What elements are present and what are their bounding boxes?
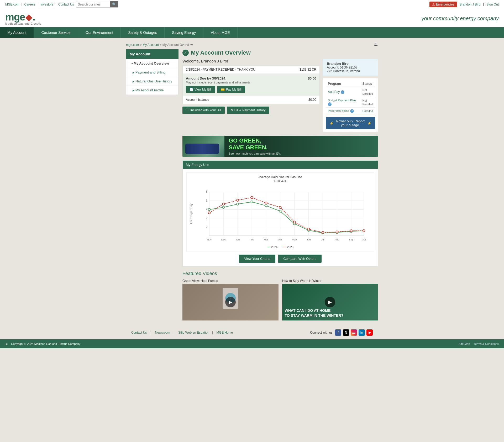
energy-section: My Energy Use Average Daily Natural Gas … [182, 160, 378, 267]
budget-plan-link[interactable]: Budget Payment Plan [328, 99, 356, 102]
lightning-icon-2: ⚡ [367, 121, 371, 125]
page-title: My Account Overview [191, 49, 251, 56]
user-account-link[interactable]: Brandon J Biro [460, 3, 480, 6]
search-button[interactable]: 🔍 [110, 1, 118, 7]
search-input[interactable] [76, 2, 110, 7]
linkedin-icon[interactable]: in [359, 329, 365, 336]
program-table: Program Status AutoPay ? NotEnrolled [326, 81, 375, 114]
footer-bottom-left: ♫ Copyright © 2024 Madison Gas and Elect… [5, 341, 80, 346]
paperless-status: Enrolled [363, 109, 373, 113]
svg-point-57 [322, 231, 324, 233]
warning-icon: ⚠ [432, 3, 435, 6]
facebook-icon[interactable]: f [335, 329, 341, 336]
svg-point-60 [363, 230, 365, 232]
flame-icon: ◆ [25, 12, 32, 22]
video-label-1: Green View: Heat Pumps [182, 279, 279, 283]
sitemap-link[interactable]: Site Map [459, 342, 470, 345]
video-thumb-2[interactable]: WHAT CAN I DO AT HOMETO STAY WARM IN THE… [282, 284, 378, 320]
topbar-careers-link[interactable]: Careers [24, 3, 35, 6]
terms-link[interactable]: Terms & Conditions [474, 342, 499, 345]
ev-banner[interactable]: GO GREEN, SAVE GREEN. See how much you c… [182, 136, 378, 157]
footer-mge-home-link[interactable]: MGE Home [217, 331, 233, 334]
nav-our-environment[interactable]: Our Environment [78, 27, 121, 38]
sidebar-item-profile[interactable]: My Account Profile [126, 86, 178, 95]
nav-customer-service[interactable]: Customer Service [34, 27, 78, 38]
view-bill-button[interactable]: 📄 View My Bill [186, 86, 215, 93]
amount-due-label: Amount Due by 3/6/2024: [186, 76, 227, 80]
action-buttons-row: ☰ Included with Your Bill ↻ Bill & Payme… [182, 107, 320, 114]
sidebar-item-overview[interactable]: My Account Overview [126, 59, 178, 68]
play-button-1[interactable]: ▶ [225, 297, 236, 307]
play-button-2[interactable]: ▶ [325, 297, 335, 307]
video-thumb-1[interactable]: 72° ▶ [182, 284, 279, 320]
nav-about-mge[interactable]: About MGE [203, 27, 237, 38]
main-nav: My Account Customer Service Our Environm… [0, 27, 504, 38]
sidebar-item-billing[interactable]: Payment and Billing [126, 68, 178, 77]
page-title-bar: ✓ My Account Overview [182, 49, 378, 56]
footer-spanish-link[interactable]: Sitio Web en Español [178, 331, 208, 334]
content-wrapper: mge.com > My Account > My Account Overvi… [126, 38, 378, 323]
print-icon[interactable]: 🖶 [374, 43, 378, 47]
top-bar-left: MGE.com | Careers | Investors | Contact … [5, 1, 118, 8]
breadcrumb: mge.com > My Account > My Account Overvi… [126, 43, 193, 47]
svg-point-56 [307, 228, 309, 230]
logo-subtitle: Madison Gas and Electric [5, 22, 41, 25]
sign-out-link[interactable]: Sign Out [486, 3, 499, 6]
nav-my-account[interactable]: My Account [0, 27, 34, 38]
breadcrumb-home[interactable]: mge.com [126, 43, 139, 47]
power-out-button[interactable]: ⚡ Power out? Report your outage. ⚡ [326, 117, 375, 129]
program-box: Program Status AutoPay ? NotEnrolled [323, 78, 378, 132]
bill-history-button[interactable]: ↻ Bill & Payment History [227, 107, 269, 114]
sidebar: My Account My Account Overview Payment a… [126, 49, 178, 320]
search-box: 🔍 [76, 1, 118, 8]
footer-contact-link[interactable]: Contact Us [131, 331, 147, 334]
ev-line1: GO GREEN, [229, 137, 281, 144]
svg-text:6: 6 [206, 199, 207, 202]
legend-2024: 2024 [267, 245, 277, 249]
sidebar-item-gas-history[interactable]: Natural Gas Use History [126, 77, 178, 86]
svg-text:8: 8 [206, 190, 207, 193]
instagram-icon[interactable]: ▬ [351, 329, 357, 336]
svg-text:2: 2 [206, 216, 207, 219]
svg-text:Aug: Aug [335, 238, 339, 241]
featured-videos-title: Featured Videos [182, 271, 378, 276]
top-bar-right: ⚠ Emergencies Brandon J Biro | Sign Out [429, 2, 499, 7]
footer-links-left: Contact Us | Newsroom | Sitio Web en Esp… [131, 331, 233, 334]
autopay-help-icon[interactable]: ? [341, 90, 344, 94]
featured-videos: Featured Videos Green View: Heat Pumps 7… [182, 271, 378, 320]
autopay-link[interactable]: AutoPay [328, 90, 340, 94]
logo-dot: . [33, 12, 35, 23]
logo[interactable]: mge ◆ . [5, 12, 35, 23]
included-bill-button[interactable]: ☰ Included with Your Bill [182, 107, 225, 114]
energy-body: Average Daily Natural Gas Use G205474 Th… [183, 169, 378, 266]
chart-legend: 2024 2023 [189, 245, 371, 249]
balance-label: Account balance [186, 98, 209, 102]
program-row-paperless: Paperless Billing ? Enrolled [326, 108, 375, 114]
budget-help-icon[interactable]: ? [328, 102, 332, 106]
billing-card: 2/18/2024 - PAYMENT RECEIVED - THANK YOU… [182, 65, 320, 104]
youtube-icon[interactable]: ▶ [366, 329, 373, 336]
topbar-investors-link[interactable]: Investors [40, 3, 53, 6]
program-row-autopay: AutoPay ? NotEnrolled [326, 87, 375, 97]
view-charts-button[interactable]: View Your Charts [239, 255, 276, 263]
program-row-budget: Budget Payment Plan ? NotEnrolled [326, 97, 375, 108]
paperless-help-icon[interactable]: ? [350, 109, 354, 113]
compare-button[interactable]: Compare With Others [278, 255, 322, 263]
nav-saving-energy[interactable]: Saving Energy [165, 27, 203, 38]
topbar-mge-link[interactable]: MGE.com [5, 3, 19, 6]
svg-text:Jan: Jan [236, 238, 240, 241]
legend-green-line [267, 247, 270, 247]
footer-newsroom-link[interactable]: Newsroom [155, 331, 170, 334]
nav-safety-outages[interactable]: Safety & Outages [121, 27, 165, 38]
topbar-contact-link[interactable]: Contact Us [58, 3, 74, 6]
payment-received-row: 2/18/2024 - PAYMENT RECEIVED - THANK YOU… [183, 66, 319, 74]
status-col-header: Status [360, 81, 375, 87]
pay-bill-button[interactable]: 💳 Pay My Bill [217, 86, 245, 93]
emergency-button[interactable]: ⚠ Emergencies [429, 2, 457, 7]
videos-grid: Green View: Heat Pumps 72° ▶ How to Stay… [182, 279, 378, 320]
svg-point-41 [265, 205, 267, 207]
twitter-icon[interactable]: 𝕏 [343, 329, 349, 336]
paperless-link[interactable]: Paperless Billing [328, 109, 349, 112]
breadcrumb-my-account[interactable]: My Account [143, 43, 159, 47]
svg-text:Oct: Oct [362, 238, 366, 241]
